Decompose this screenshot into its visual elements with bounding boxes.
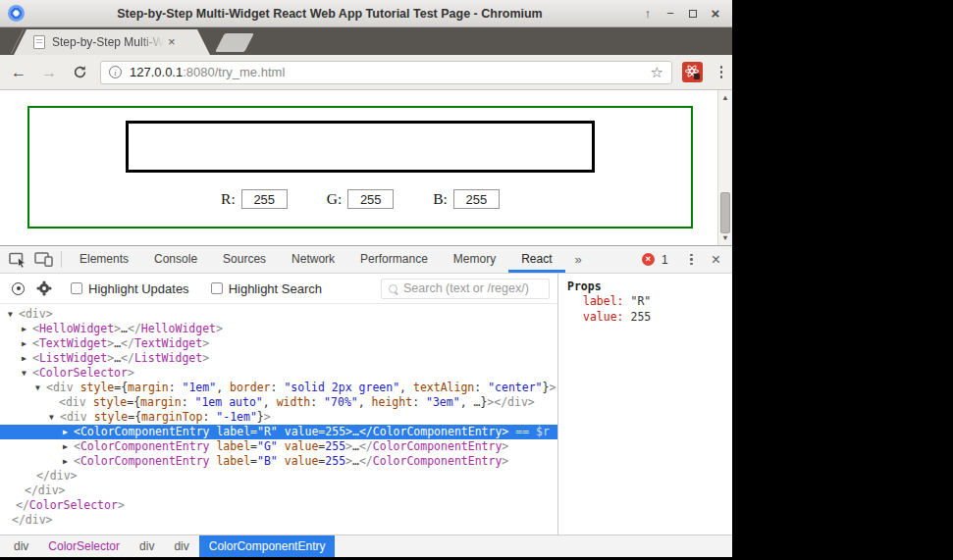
checkbox-group-highlight-search: Highlight Search	[211, 281, 322, 296]
browser-window: Step-by-Step Multi-Widget React Web App …	[0, 0, 732, 557]
tab-title: Step-by-Step Multi-W	[52, 35, 164, 49]
collapse-arrow-icon[interactable]: ▼	[22, 366, 32, 381]
tree-row[interactable]: </ColorSelector>	[0, 498, 557, 513]
back-button[interactable]: ←	[10, 64, 27, 81]
devtools-tab-memory[interactable]: Memory	[441, 246, 508, 273]
prop-row: label: "R"	[583, 293, 732, 309]
devtools-tab-performance[interactable]: Performance	[347, 246, 441, 273]
checkbox-group-highlight-updates: Highlight Updates	[71, 281, 189, 296]
rgb-input-g[interactable]	[347, 189, 394, 209]
rgb-inputs-row: R:G:B:	[29, 189, 691, 209]
checkbox[interactable]	[71, 282, 82, 294]
tree-row[interactable]: ▶<ColorComponentEntry label="G" value=25…	[0, 439, 557, 454]
page-favicon-icon	[33, 35, 45, 49]
gear-icon[interactable]	[39, 283, 49, 293]
devtools-tab-console[interactable]: Console	[141, 246, 210, 273]
minimize-button[interactable]: −	[663, 0, 677, 27]
console-ref-label: == $r	[508, 425, 550, 438]
collapse-arrow-icon[interactable]: ▼	[8, 307, 19, 322]
tree-row[interactable]: ▶<HelloWidget>…</HelloWidget>	[0, 322, 557, 336]
highlight-options: Highlight UpdatesHighlight Search	[49, 281, 322, 296]
tree-row[interactable]: <div style={margin: "1em auto", width: "…	[0, 395, 557, 410]
tree-row[interactable]: ▶<TextWidget>…</TextWidget>	[0, 336, 557, 351]
maximize-icon	[689, 10, 697, 18]
rgb-input-r[interactable]	[241, 189, 288, 209]
tree-row[interactable]: ▼<div style={margin: "1em", border: "sol…	[0, 381, 557, 395]
tab-close-icon[interactable]: ×	[168, 29, 176, 55]
breadcrumb-item-colorcomponententry[interactable]: ColorComponentEntry	[199, 535, 336, 557]
breadcrumb-item-colorselector[interactable]: ColorSelector	[38, 535, 130, 557]
collapse-arrow-icon[interactable]: ▼	[49, 410, 60, 425]
tree-row[interactable]: </div>	[0, 484, 557, 498]
breadcrumb-item-div[interactable]: div	[4, 535, 38, 557]
url-text: 127.0.0.1:8080/try_me.html	[130, 65, 285, 79]
breadcrumb-item-div[interactable]: div	[130, 535, 164, 557]
devtools-tab-bar-right: × 1 ×	[642, 247, 732, 273]
search-placeholder: Search (text or /regex/)	[403, 281, 529, 295]
select-component-icon[interactable]	[12, 282, 25, 295]
breadcrumb-item-div[interactable]: div	[164, 535, 198, 557]
component-search-input[interactable]: Search (text or /regex/)	[381, 279, 550, 299]
tree-row[interactable]: ▼<ColorSelector>	[0, 366, 557, 381]
devtools-tab-elements[interactable]: Elements	[67, 246, 141, 273]
expand-arrow-icon[interactable]: ▶	[63, 454, 74, 469]
inspect-element-icon[interactable]	[8, 252, 27, 268]
devtools-close-icon[interactable]: ×	[712, 247, 720, 273]
error-count[interactable]: 1	[662, 253, 668, 267]
reload-button[interactable]	[71, 65, 88, 79]
url-path: :8080/try_me.html	[183, 65, 285, 79]
error-badge-icon[interactable]: ×	[642, 253, 655, 266]
scroll-down-icon[interactable]: ▼	[718, 233, 732, 242]
expand-arrow-icon[interactable]: ▶	[63, 439, 74, 454]
page-info-icon[interactable]: i	[109, 66, 122, 78]
window-title: Step-by-Step Multi-Widget React Web App …	[25, 7, 635, 21]
expand-arrow-icon[interactable]: ▶	[22, 322, 32, 336]
close-window-button[interactable]: ×	[709, 0, 722, 27]
rgb-label: R:	[221, 190, 236, 208]
window-controls: ↑ − ×	[635, 0, 732, 27]
tree-row[interactable]: ▼<div style={marginTop: "-1em"}>	[0, 410, 557, 425]
tree-row[interactable]: ▶<ColorComponentEntry label="B" value=25…	[0, 454, 557, 469]
devtools-tab-sources[interactable]: Sources	[210, 246, 279, 273]
browser-menu-icon[interactable]	[715, 66, 728, 78]
prop-name: label:	[583, 294, 624, 308]
rgb-label: B:	[433, 190, 448, 208]
devtools-tabs: ElementsConsoleSourcesNetworkPerformance…	[67, 246, 565, 273]
react-devtools-extension-icon[interactable]	[682, 62, 703, 82]
rgb-field-r: R:	[221, 189, 288, 209]
rgb-field-b: B:	[433, 189, 500, 209]
expand-arrow-icon[interactable]: ▶	[22, 336, 32, 351]
expand-arrow-icon[interactable]: ▶	[63, 425, 74, 439]
color-display-box	[126, 121, 595, 173]
tab-strip: Step-by-Step Multi-W ×	[0, 27, 732, 55]
tree-row[interactable]: </div>	[0, 513, 557, 528]
scroll-up-icon[interactable]: ▲	[718, 93, 732, 102]
keep-above-button[interactable]: ↑	[641, 0, 655, 27]
url-bar[interactable]: i 127.0.0.1:8080/try_me.html ☆	[100, 61, 672, 84]
tree-row[interactable]: ▶<ListWidget>…</ListWidget>	[0, 351, 557, 366]
maximize-button[interactable]	[686, 0, 700, 27]
prop-row: value: 255	[583, 309, 732, 325]
more-tabs-chevron[interactable]: »	[565, 247, 592, 273]
tree-row[interactable]: ▼<div>	[0, 307, 557, 322]
page-content: R:G:B: ▲ ▼	[0, 90, 732, 245]
bookmark-star-icon[interactable]: ☆	[651, 62, 663, 83]
devtools-tab-network[interactable]: Network	[279, 246, 347, 273]
expand-arrow-icon[interactable]: ▶	[22, 351, 32, 366]
address-toolbar: ← → i 127.0.0.1:8080/try_me.html ☆	[0, 55, 732, 90]
tree-row[interactable]: </div>	[0, 469, 557, 484]
url-host: 127.0.0.1	[130, 65, 183, 79]
forward-button[interactable]: →	[40, 64, 58, 81]
devtools-menu-icon[interactable]	[685, 254, 699, 266]
checkbox[interactable]	[211, 282, 223, 294]
tree-row[interactable]: ▶<ColorComponentEntry label="R" value=25…	[0, 425, 557, 439]
rgb-input-b[interactable]	[453, 189, 500, 209]
page-scrollbar[interactable]: ▲ ▼	[717, 90, 732, 245]
collapse-arrow-icon[interactable]: ▼	[35, 381, 46, 395]
browser-tab[interactable]: Step-by-Step Multi-W ×	[14, 29, 210, 55]
device-toolbar-icon[interactable]	[33, 252, 53, 267]
rgb-label: G:	[327, 190, 343, 208]
new-tab-button[interactable]	[215, 33, 254, 52]
scrollbar-thumb[interactable]	[720, 192, 730, 233]
devtools-tab-react[interactable]: React	[508, 246, 564, 273]
